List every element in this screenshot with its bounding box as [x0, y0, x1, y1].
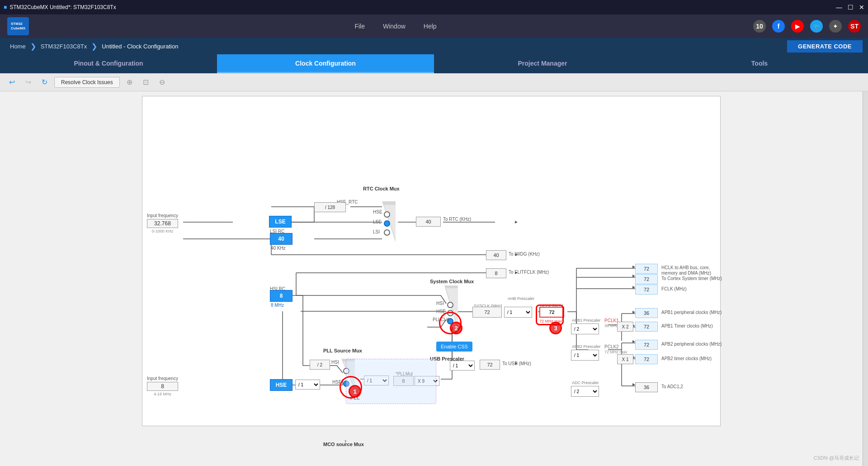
sys-hsi-label: HSI — [436, 301, 444, 306]
rtc-value-box[interactable]: 40 — [416, 217, 441, 227]
rtc-hse-label: HSE — [373, 209, 382, 214]
lsi-rc-unit: 40 KHz — [271, 246, 286, 251]
st-logo-icon: ST — [848, 20, 861, 33]
input-freq-lse: Input frequency 32.768 0-1000 KHz — [147, 213, 178, 233]
menu-file[interactable]: File — [354, 23, 365, 30]
pll-source-mux-label: PLL Source Mux — [323, 348, 362, 353]
output-apb2-periph-label: APB2 peripheral clocks (MHz) — [661, 342, 722, 347]
pclk2-max-label: 72 MHz max — [604, 350, 627, 354]
annotation-1: 1 — [349, 385, 361, 398]
sys-pll-label: PLLCLK — [433, 317, 449, 322]
breadcrumb-home[interactable]: Home — [5, 43, 30, 50]
adc-prescaler-select[interactable]: / 2 / 4 — [571, 386, 599, 397]
fit-button[interactable]: ⊡ — [140, 76, 152, 89]
window-controls[interactable]: — ☐ ✕ — [836, 4, 864, 11]
zoom-in-button[interactable]: ⊕ — [123, 76, 136, 89]
breadcrumb-bar: Home ❯ STM32F103C8Tx ❯ Untitled - Clock … — [0, 38, 868, 54]
refresh-button[interactable]: ↻ — [38, 76, 51, 89]
annotation-2: 2 — [450, 322, 462, 334]
output-cortex-timer-label: To Cortex System timer (MHz) — [661, 276, 722, 281]
rtc-mux-radio-hse[interactable] — [384, 211, 390, 218]
tab-clock[interactable]: Clock Configuration — [217, 54, 434, 73]
hsi-rc-box: 8 — [270, 290, 292, 302]
watermark: CSDN @马哥成长记 — [814, 455, 859, 461]
output-apb2-timer-val: 72 — [635, 354, 658, 364]
iwdg-value-box: 40 — [486, 250, 506, 260]
rtc-mux-radio-lsi[interactable] — [384, 229, 390, 236]
output-fclk-label: FCLK (MHz) — [661, 286, 687, 291]
main-content: RTC Clock Mux Input frequency 32.768 0-1… — [0, 91, 868, 466]
hsi-div2-label: HSI — [331, 360, 339, 365]
menubar: STM32CubeMX File Window Help 10 f ▶ 🐦 ✦ … — [0, 14, 868, 38]
mco-arrow-icon: ↑ — [344, 438, 347, 446]
to-iwdg-label: To IWDG (KHz) — [509, 252, 540, 257]
menu-window[interactable]: Window — [383, 23, 406, 30]
output-adc-val: 36 — [635, 382, 658, 392]
rtc-clock-mux-label: RTC Clock Mux — [363, 186, 400, 191]
adc-prescaler-label: ADC Prescaler — [572, 380, 599, 385]
apb1-prescaler-label: APB1 Prescaler — [572, 318, 601, 323]
breadcrumb-device[interactable]: STM32F103C8Tx — [36, 43, 92, 50]
scrollbar-right[interactable] — [863, 91, 868, 466]
input-freq-hse: Input frequency 8 4-16 MHz — [147, 376, 178, 396]
sysclk-value-box[interactable]: 72 — [472, 307, 502, 318]
resolve-clock-issues-button[interactable]: Resolve Clock Issues — [54, 77, 120, 88]
hse-div128-box: / 128 — [314, 202, 346, 212]
youtube-icon[interactable]: ▶ — [791, 20, 804, 33]
rtc-mux-radio-lse[interactable] — [384, 220, 390, 227]
pll-highlight — [346, 359, 436, 404]
lsi-rc-box: 40 — [270, 233, 292, 245]
tab-project[interactable]: Project Manager — [434, 54, 651, 73]
generate-code-button[interactable]: GENERATE CODE — [787, 40, 863, 52]
breadcrumb-sep-2: ❯ — [91, 42, 97, 51]
hse-div1-select[interactable]: / 1 / 2 — [295, 380, 320, 390]
lse-box: LSE — [269, 216, 292, 228]
sys-mux-radio-hsi[interactable] — [447, 302, 453, 308]
close-btn[interactable]: ✕ — [859, 4, 864, 11]
tab-tools[interactable]: Tools — [651, 54, 868, 73]
ahb-prescaler-select[interactable]: / 1 / 2 / 4 — [504, 307, 532, 318]
usb-prescaler-select[interactable]: / 1 / 1.5 — [450, 361, 475, 371]
redo-button[interactable]: ↪ — [22, 76, 34, 89]
output-hclk-ahb-val: 72 — [635, 264, 658, 274]
twitter-icon[interactable]: 🐦 — [810, 20, 823, 33]
output-apb2-timer-label: APB2 timer clocks (MHz) — [661, 356, 712, 361]
network-icon[interactable]: ✦ — [829, 20, 842, 33]
clock-config-area[interactable]: RTC Clock Mux Input frequency 32.768 0-1… — [0, 91, 863, 466]
zoom-out-button[interactable]: ⊖ — [156, 76, 169, 89]
titlebar: ■ STM32CubeMX Untitled*: STM32F103C8Tx —… — [0, 0, 868, 14]
undo-button[interactable]: ↩ — [5, 76, 18, 89]
menu-help[interactable]: Help — [424, 23, 437, 30]
maximize-btn[interactable]: ☐ — [848, 4, 854, 11]
usb-value-box: 72 — [480, 360, 500, 370]
toolbar: ↩ ↪ ↻ Resolve Clock Issues ⊕ ⊡ ⊖ — [0, 73, 868, 91]
apb1-timer-x2: X 2 — [617, 322, 633, 332]
hclk-value-box[interactable]: 72 — [539, 307, 564, 318]
annotation-3: 3 — [549, 322, 562, 334]
flitfclk-value-box: 8 — [486, 268, 506, 278]
system-clk-mux-label: System Clock Mux — [430, 279, 474, 284]
anniversary-icon: 10 — [753, 20, 766, 33]
breadcrumb-current: Untitled - Clock Configuration — [97, 43, 183, 50]
output-hclk-ahb-label: HCLK to AHB bus, core, — [661, 265, 710, 270]
sys-mux-radio-hse[interactable] — [447, 310, 453, 316]
apb1-prescaler-select[interactable]: / 2 / 1 / 4 — [571, 323, 599, 334]
pclk1-label: PCLK1 — [604, 318, 619, 323]
sys-hse-label: HSE — [436, 309, 446, 314]
enable-css-button[interactable]: Enable CSS — [436, 342, 472, 352]
app-logo: STM32CubeMX — [7, 17, 29, 35]
apb2-prescaler-label: APB2 Prescaler — [572, 344, 601, 349]
output-fclk-val: 72 — [635, 285, 658, 295]
hsi-div2-box: / 2 — [310, 360, 330, 370]
ahb-prescaler-label: AHB Prescaler — [508, 296, 534, 301]
main-menu: File Window Help — [38, 23, 753, 30]
to-usb-label: To USB (MHz) — [502, 361, 531, 366]
pclk2-label: PCLK2 — [604, 344, 619, 349]
breadcrumb-sep-1: ❯ — [30, 42, 36, 51]
output-apb1-periph-val: 36 — [635, 308, 658, 318]
tab-pinout[interactable]: Pinout & Configuration — [0, 54, 217, 73]
minimize-btn[interactable]: — — [836, 4, 842, 11]
hsi-rc-unit: 8 MHz — [271, 303, 284, 308]
apb2-prescaler-select[interactable]: / 1 / 2 — [571, 350, 599, 361]
facebook-icon[interactable]: f — [772, 20, 785, 33]
